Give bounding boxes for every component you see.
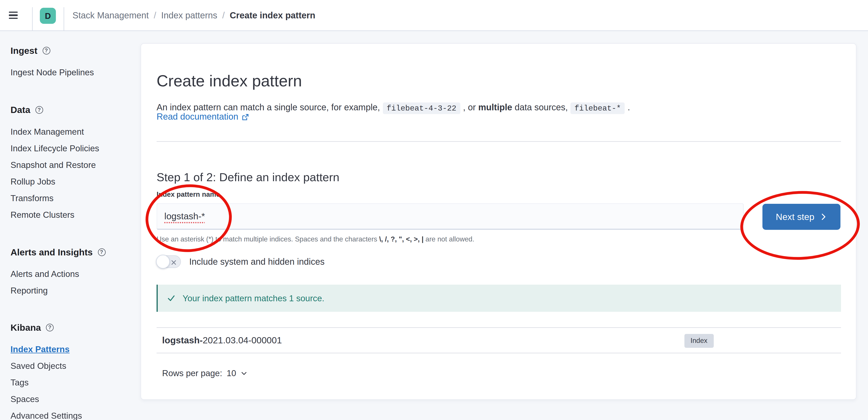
check-icon <box>167 294 176 303</box>
breadcrumb-create-index-pattern: Create index pattern <box>230 11 315 21</box>
breadcrumb: Stack Management / Index patterns / Crea… <box>72 0 315 31</box>
rows-per-page-value: 10 <box>227 367 236 380</box>
read-documentation-link[interactable]: Read documentation <box>157 111 249 123</box>
breadcrumb-index-patterns[interactable]: Index patterns <box>161 11 217 21</box>
rows-per-page-button[interactable]: Rows per page: 10 <box>162 367 247 380</box>
help-icon[interactable]: ? <box>42 47 50 55</box>
sidebar-item-alerts-and-actions[interactable]: Alerts and Actions <box>11 269 133 280</box>
sidebar-item-transforms[interactable]: Transforms <box>11 193 133 204</box>
sidebar-heading-alerts-and-insights: Alerts and Insights ? <box>11 247 133 258</box>
sidebar: Ingest ? Ingest Node Pipelines Data ? In… <box>0 31 140 420</box>
sidebar-section-data: Data ? Index Management Index Lifecycle … <box>11 104 133 220</box>
sidebar-section-ingest: Ingest ? Ingest Node Pipelines <box>11 45 133 78</box>
sidebar-heading-data: Data ? <box>11 104 133 115</box>
sidebar-heading-label: Alerts and Insights <box>11 247 93 258</box>
sidebar-item-advanced-settings[interactable]: Advanced Settings <box>11 411 133 420</box>
index-pattern-name-input[interactable]: logstash-* <box>157 203 744 230</box>
help-forbidden-chars: \, /, ?, ", <, >, | <box>379 235 424 243</box>
sidebar-item-spaces[interactable]: Spaces <box>11 394 133 405</box>
close-icon <box>171 259 177 265</box>
toggle-knob <box>156 255 170 269</box>
code-example-wildcard: filebeat-* <box>570 102 625 114</box>
help-icon[interactable]: ? <box>46 324 54 331</box>
include-hidden-indices-toggle[interactable] <box>157 255 181 268</box>
sidebar-item-tags[interactable]: Tags <box>11 377 133 388</box>
success-callout: Your index pattern matches 1 source. <box>157 285 841 312</box>
rows-per-page-label: Rows per page: <box>162 367 222 380</box>
index-name-prefix: logstash- <box>162 335 203 345</box>
include-hidden-indices-label: Include system and hidden indices <box>189 255 324 268</box>
sidebar-item-snapshot-and-restore[interactable]: Snapshot and Restore <box>11 160 133 171</box>
page-title: Create index pattern <box>157 71 302 91</box>
sidebar-item-rollup-jobs[interactable]: Rollup Jobs <box>11 176 133 187</box>
sidebar-item-ingest-node-pipelines[interactable]: Ingest Node Pipelines <box>11 67 133 78</box>
intro-segment: , or <box>463 103 476 112</box>
sidebar-heading-label: Kibana <box>11 322 41 333</box>
space-avatar[interactable]: D <box>40 7 56 24</box>
sidebar-item-index-lifecycle-policies[interactable]: Index Lifecycle Policies <box>11 143 133 154</box>
table-row: logstash-2021.03.04-000001 <box>162 335 282 345</box>
intro-segment: data sources, <box>515 103 568 112</box>
include-hidden-indices-row: Include system and hidden indices <box>157 255 325 268</box>
sidebar-item-reporting[interactable]: Reporting <box>11 285 133 297</box>
success-message: Your index pattern matches 1 source. <box>183 293 324 303</box>
sidebar-section-kibana: Kibana ? Index Patterns Saved Objects Ta… <box>11 322 133 420</box>
menu-icon[interactable] <box>9 11 18 19</box>
sidebar-item-index-management[interactable]: Index Management <box>11 126 133 137</box>
help-segment: are not allowed. <box>424 235 474 243</box>
code-example-single: filebeat-4-3-22 <box>383 102 460 114</box>
chevron-down-icon <box>241 370 247 376</box>
intro-bold-word: multiple <box>478 103 512 112</box>
app-window: D Stack Management / Index patterns / Cr… <box>0 0 868 420</box>
sidebar-item-index-patterns[interactable]: Index Patterns <box>11 344 133 355</box>
sidebar-heading-label: Data <box>11 104 30 115</box>
sidebar-heading-label: Ingest <box>11 45 37 56</box>
table-divider <box>157 328 841 328</box>
top-bar: D Stack Management / Index patterns / Cr… <box>0 0 868 31</box>
header-divider <box>64 7 64 31</box>
intro-segment: An index pattern can match a single sour… <box>157 103 380 112</box>
sidebar-heading-ingest: Ingest ? <box>11 45 133 56</box>
sidebar-item-remote-clusters[interactable]: Remote Clusters <box>11 209 133 220</box>
table-divider <box>157 353 841 354</box>
section-divider <box>157 141 841 142</box>
intro-segment: . <box>628 103 630 112</box>
help-icon[interactable]: ? <box>98 248 105 256</box>
sidebar-section-alerts: Alerts and Insights ? Alerts and Actions… <box>11 247 133 297</box>
breadcrumb-separator: / <box>154 11 156 21</box>
breadcrumb-separator: / <box>222 11 225 21</box>
index-name-suffix: 2021.03.04-000001 <box>203 335 282 345</box>
sidebar-heading-kibana: Kibana ? <box>11 322 133 333</box>
index-type-badge: Index <box>685 334 714 348</box>
help-icon[interactable]: ? <box>35 106 43 114</box>
breadcrumb-stack-management[interactable]: Stack Management <box>72 11 149 21</box>
external-link-icon <box>242 113 249 120</box>
read-documentation-label: Read documentation <box>157 111 238 123</box>
sidebar-item-saved-objects[interactable]: Saved Objects <box>11 361 133 372</box>
step-heading: Step 1 of 2: Define an index pattern <box>157 170 340 185</box>
header-divider <box>32 7 33 31</box>
